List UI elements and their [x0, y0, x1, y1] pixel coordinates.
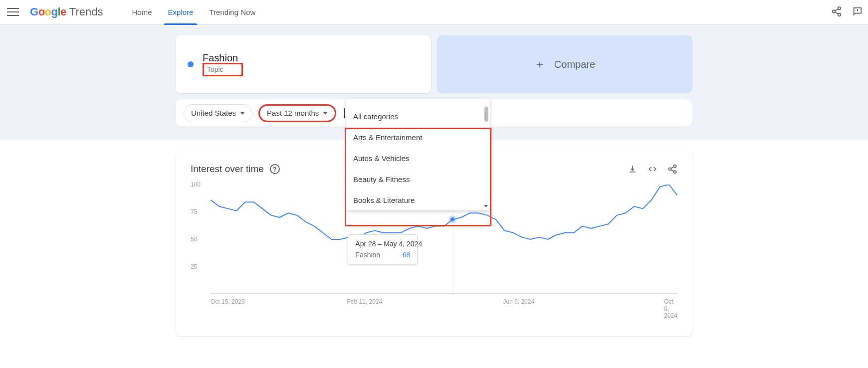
svg-point-0 [838, 7, 841, 10]
y-tick-label: 25 [191, 263, 197, 270]
x-tick-label: Jun 9, 2024 [503, 298, 534, 305]
top-nav: Home Explore Trending Now [124, 0, 264, 24]
chevron-down-icon [323, 112, 328, 115]
panel-title: Interest over time [191, 164, 264, 175]
top-bar: Google Trends Home Explore Trending Now [0, 0, 868, 24]
search-term-type: Topic [207, 65, 223, 73]
chevron-down-icon [484, 205, 488, 207]
x-tick-label: Feb 11, 2024 [347, 298, 383, 305]
scrollbar-thumb[interactable] [484, 107, 488, 122]
category-option[interactable]: All categories [346, 106, 490, 127]
svg-line-10 [671, 167, 674, 169]
tooltip-label: Fashion [355, 251, 380, 259]
menu-icon[interactable] [7, 6, 19, 18]
svg-point-6 [857, 12, 858, 12]
chart-hover-dot [450, 217, 454, 221]
chevron-down-icon [240, 112, 245, 115]
compare-button[interactable]: ＋ Compare [437, 35, 692, 93]
y-tick-label: 75 [191, 208, 197, 215]
text-caret [344, 108, 345, 118]
nav-trending[interactable]: Trending Now [201, 0, 263, 24]
share-icon[interactable] [831, 6, 842, 17]
svg-line-4 [835, 12, 838, 14]
tooltip-value: 68 [403, 251, 411, 259]
series-color-dot [188, 61, 194, 67]
chart-tooltip: Apr 28 – May 4, 2024 Fashion 68 [348, 234, 418, 264]
search-term: Fashion [203, 52, 243, 64]
y-tick-label: 50 [191, 236, 197, 243]
category-option[interactable]: Books & Literature [346, 189, 490, 210]
svg-point-9 [674, 171, 676, 173]
compare-label: Compare [554, 59, 595, 70]
svg-line-11 [671, 170, 674, 172]
download-icon[interactable] [628, 164, 638, 174]
brand-logo[interactable]: Google Trends [30, 5, 103, 18]
highlight-topic: Topic [203, 63, 243, 76]
x-tick-label: Oct 15, 2023 [211, 298, 245, 305]
y-tick-label: 100 [191, 181, 201, 188]
embed-icon[interactable] [648, 164, 657, 174]
svg-point-8 [669, 168, 671, 171]
svg-point-7 [674, 165, 676, 168]
svg-line-3 [835, 9, 838, 11]
svg-point-1 [833, 10, 836, 13]
search-term-card[interactable]: Fashion Topic [176, 35, 431, 93]
plus-icon: ＋ [534, 57, 545, 72]
filters-row: United States Past 12 months All categor… [176, 99, 692, 127]
time-filter[interactable]: Past 12 months [258, 104, 336, 122]
help-icon[interactable]: ? [270, 164, 280, 174]
category-option[interactable]: Arts & Entertainment [346, 127, 490, 148]
nav-explore[interactable]: Explore [160, 0, 202, 24]
nav-home[interactable]: Home [124, 0, 160, 24]
region-filter[interactable]: United States [184, 104, 252, 122]
feedback-icon[interactable] [852, 6, 863, 17]
category-option[interactable]: Beauty & Fitness [346, 169, 490, 189]
category-dropdown[interactable]: All categories Arts & Entertainment Auto… [346, 99, 490, 210]
tooltip-title: Apr 28 – May 4, 2024 [355, 240, 410, 248]
x-tick-label: Oct 6, 2024 [664, 298, 677, 319]
share-icon[interactable] [667, 164, 677, 174]
category-option[interactable]: Autos & Vehicles [346, 148, 490, 169]
svg-point-2 [838, 13, 841, 16]
